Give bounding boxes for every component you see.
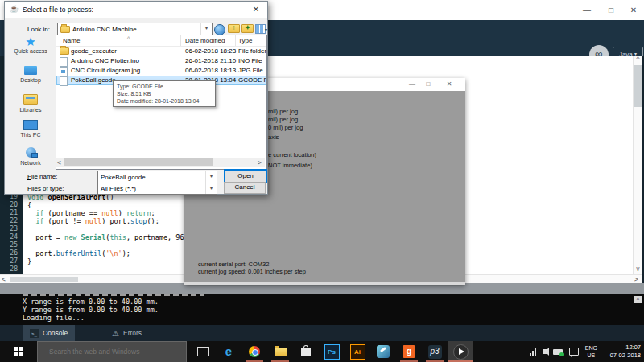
console-line: Y range is from 0.00 to 40.00 mm. bbox=[23, 306, 159, 314]
dialog-titlebar[interactable]: ☕ Select a file to process: ✕ bbox=[5, 2, 267, 18]
console-scroll-up-icon[interactable]: ^ bbox=[634, 296, 642, 303]
scroll-up-icon[interactable]: ^ bbox=[636, 56, 640, 64]
dialog-sidebar: ★Quick accessDesktopLibrariesThis PCNetw… bbox=[6, 36, 55, 171]
file-explorer-icon bbox=[275, 348, 287, 356]
tooltip-line: Size: 8.51 KB bbox=[117, 90, 212, 97]
file-row[interactable]: CNC Circuit diagram.jpg06-02-2018 18:13J… bbox=[56, 66, 266, 76]
line-number: 21 bbox=[2, 209, 18, 216]
tab-console[interactable]: >_ Console bbox=[23, 325, 75, 341]
taskbar-java-sketch-button[interactable] bbox=[448, 341, 473, 362]
file-date: 26-01-2018 21:10 bbox=[185, 57, 236, 64]
notification-icon[interactable] bbox=[569, 348, 579, 356]
volume-icon[interactable] bbox=[543, 349, 547, 354]
taskbar-file-explorer-button[interactable] bbox=[267, 341, 293, 362]
file-row[interactable]: Arduino CNC Plotter.ino26-01-2018 21:10I… bbox=[56, 56, 266, 66]
taskbar-search[interactable] bbox=[37, 341, 187, 362]
tooltip-line: Type: GCODE File bbox=[117, 83, 212, 90]
sketch-minimize-icon[interactable]: — bbox=[405, 80, 419, 89]
desktop-icon bbox=[24, 66, 37, 75]
taskbar-edge-button[interactable]: e bbox=[216, 341, 242, 362]
file-name: Arduino CNC Plotter.ino bbox=[71, 57, 139, 64]
tab-label: Errors bbox=[123, 329, 142, 337]
taskbar-chrome-button[interactable] bbox=[242, 341, 267, 362]
sketch-close-icon[interactable]: ✕ bbox=[442, 80, 456, 89]
list-horizontal-scrollbar[interactable]: < > bbox=[56, 158, 265, 167]
cancel-button-label: Cancel bbox=[235, 183, 255, 191]
file-name-value: PokeBall.gcode bbox=[101, 174, 146, 181]
sidebar-item-quick-access[interactable]: ★Quick access bbox=[6, 36, 55, 54]
folder-icon bbox=[60, 26, 70, 33]
taskbar-store-button[interactable] bbox=[293, 341, 319, 362]
column-type[interactable]: Type bbox=[238, 37, 252, 44]
scroll-down-icon[interactable]: v bbox=[636, 265, 640, 274]
tab-errors[interactable]: ⚠ Errors bbox=[105, 325, 149, 341]
column-name[interactable]: Name bbox=[63, 37, 80, 44]
new-folder-icon[interactable]: ✦ bbox=[242, 24, 254, 33]
look-in-label: Look in: bbox=[27, 26, 50, 33]
code-line: if (portname == null) return; bbox=[27, 209, 155, 217]
scrollbar-thumb[interactable] bbox=[64, 158, 213, 166]
desktop-screen: — □ ✕ ∞ Java ▾ 1920212223242526272829 vo… bbox=[0, 0, 644, 362]
cancel-button[interactable]: Cancel bbox=[224, 182, 266, 194]
quick-access-icon: ★ bbox=[25, 36, 35, 47]
scroll-left-icon[interactable]: < bbox=[57, 159, 61, 167]
console-output[interactable]: X range is from 0.00 to 40.00 mm.Y range… bbox=[0, 294, 644, 325]
code-line: port = new Serial(this, portname, 9600); bbox=[27, 233, 200, 241]
column-date[interactable]: Date modified bbox=[185, 37, 225, 44]
file-name-combobox[interactable]: PokeBall.gcode ▾ bbox=[97, 171, 217, 183]
code-line: port.bufferUntil('\n'); bbox=[27, 249, 130, 257]
taskbar-g-app-button[interactable]: g bbox=[396, 341, 422, 362]
start-button[interactable] bbox=[0, 341, 37, 362]
store-icon bbox=[301, 348, 311, 356]
network-icon[interactable] bbox=[530, 348, 536, 356]
dialog-close-icon[interactable]: ✕ bbox=[249, 4, 263, 15]
chevron-down-icon[interactable]: ▾ bbox=[265, 27, 267, 32]
ide-minimize-icon[interactable]: — bbox=[578, 5, 596, 16]
taskbar-processing-button[interactable]: p3 bbox=[422, 341, 448, 362]
ide-maximize-icon[interactable]: □ bbox=[602, 5, 620, 16]
taskbar-app-icons: ePsAigp3 bbox=[190, 341, 473, 362]
file-row[interactable]: gcode_executer06-02-2018 18:23File folde… bbox=[56, 47, 266, 56]
sketch-help-line: mil) per jog bbox=[268, 116, 298, 123]
sketch-help-line: 0 mil) per jog bbox=[268, 124, 303, 131]
go-to-last-folder-icon[interactable] bbox=[214, 24, 225, 35]
sort-caret-icon: ^ bbox=[127, 35, 130, 41]
battery-icon[interactable] bbox=[553, 349, 563, 355]
language-indicator[interactable]: ENG US bbox=[585, 344, 597, 359]
sketch-help-line: axis bbox=[268, 134, 279, 141]
up-one-level-icon[interactable]: ↑ bbox=[228, 24, 240, 33]
taskbar-illustrator-button[interactable]: Ai bbox=[345, 341, 370, 362]
code-line: } bbox=[27, 257, 31, 265]
chevron-down-icon: ▾ bbox=[205, 183, 217, 194]
folder-icon bbox=[60, 47, 69, 55]
scroll-right-icon[interactable]: > bbox=[258, 159, 262, 167]
scrollbar-thumb[interactable] bbox=[10, 277, 78, 282]
taskbar-photoshop-button[interactable]: Ps bbox=[319, 341, 345, 362]
code-line: { bbox=[27, 201, 31, 209]
scrollbar-thumb[interactable] bbox=[634, 65, 642, 107]
illustrator-icon: Ai bbox=[350, 344, 365, 360]
task-view-icon bbox=[197, 347, 209, 356]
sidebar-item-libraries[interactable]: Libraries bbox=[6, 94, 55, 113]
open-button-label: Open bbox=[237, 172, 254, 179]
ide-close-icon[interactable]: ✕ bbox=[625, 5, 642, 16]
console-line: Loading file... bbox=[23, 314, 85, 322]
line-number: 28 bbox=[2, 265, 18, 273]
files-of-type-combobox[interactable]: All Files (*.*) ▾ bbox=[97, 183, 217, 195]
taskbar-task-view-button[interactable] bbox=[190, 341, 216, 362]
sketch-help-line: NOT immediate) bbox=[268, 162, 312, 169]
sidebar-item-network[interactable]: Network bbox=[6, 147, 55, 166]
file-icon bbox=[60, 76, 68, 86]
sketch-maximize-icon[interactable]: □ bbox=[421, 80, 436, 89]
taskbar-blue-app-button[interactable] bbox=[370, 341, 396, 362]
search-input[interactable] bbox=[38, 347, 180, 356]
sidebar-item-label: Libraries bbox=[6, 107, 55, 113]
tooltip-line: Date modified: 28-01-2018 13:04 bbox=[117, 97, 212, 105]
clock[interactable]: 12:07 07-02-2018 bbox=[604, 343, 641, 360]
sidebar-item-desktop[interactable]: Desktop bbox=[6, 66, 55, 83]
processing-icon: p3 bbox=[428, 345, 442, 359]
file-date: 06-02-2018 18:13 bbox=[185, 67, 236, 74]
sidebar-item-label: Quick access bbox=[6, 48, 55, 54]
chrome-icon bbox=[249, 346, 260, 357]
sidebar-item-this-pc[interactable]: This PC bbox=[6, 120, 55, 138]
